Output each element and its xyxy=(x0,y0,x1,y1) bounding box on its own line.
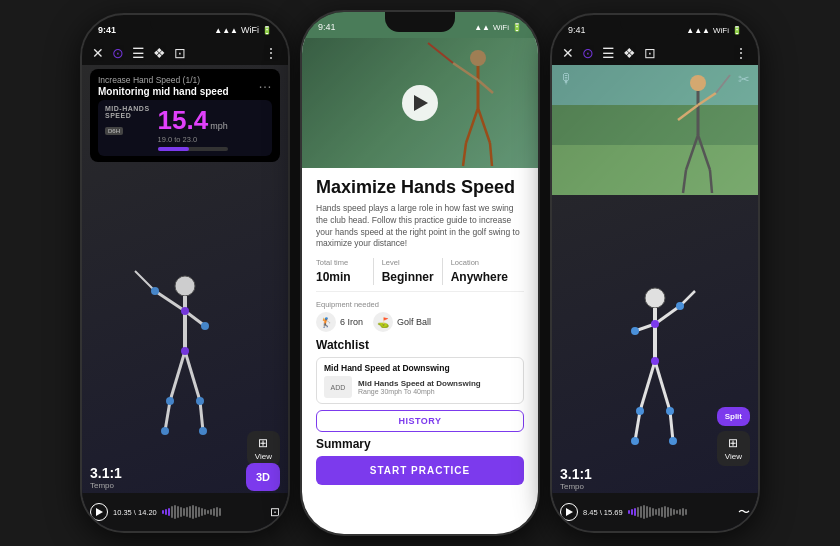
end-icon-left[interactable]: ⊡ xyxy=(270,505,280,519)
svg-point-53 xyxy=(631,437,639,445)
svg-point-11 xyxy=(201,322,209,330)
curve-icon-right[interactable]: 〜 xyxy=(738,504,750,521)
menu-icon-left[interactable]: ☰ xyxy=(132,45,145,61)
tempo-label-left: Tempo xyxy=(90,481,122,490)
start-practice-button[interactable]: START PRACTICE xyxy=(316,456,524,485)
split-label-right: Split xyxy=(717,407,750,426)
ball-label: Golf Ball xyxy=(397,317,431,327)
metric-value-block: 15.4 mph 19.0 to 23.0 xyxy=(158,105,228,151)
play-button-left[interactable] xyxy=(90,503,108,521)
svg-line-32 xyxy=(698,93,716,105)
playbar-right: 8.45 \ 15.69 xyxy=(552,493,758,531)
tempo-section-left: 3.1:1 Tempo 3D xyxy=(90,463,280,491)
metric-header: Increase Hand Speed (1/1) Monitoring mid… xyxy=(98,75,272,97)
metric-value: 15.4 xyxy=(158,107,209,133)
waveform-left xyxy=(162,502,265,522)
split-button-right[interactable]: Split xyxy=(717,407,750,426)
battery-left: 🔋 xyxy=(262,26,272,35)
center-screen: Maximize Hands Speed Hands speed plays a… xyxy=(302,38,538,534)
play-triangle-left xyxy=(96,508,103,516)
golfer-figure-left xyxy=(125,261,245,461)
svg-line-6 xyxy=(165,401,170,431)
meta-level: Level Beginner xyxy=(382,258,443,285)
svg-line-37 xyxy=(710,170,712,193)
screen-icon-left[interactable]: ⊡ xyxy=(174,45,186,61)
svg-point-52 xyxy=(666,407,674,415)
svg-point-14 xyxy=(196,397,204,405)
meta-total-time: Total time 10min xyxy=(316,258,374,285)
metric-inner: MID-HANDS SPEED D6H 15.4 mph 19.0 to 23.… xyxy=(98,100,272,156)
video-thumb-right[interactable]: 🎙 ✂ xyxy=(552,65,758,195)
menu-icon-right[interactable]: ☰ xyxy=(602,45,615,61)
svg-point-0 xyxy=(175,276,195,296)
watchlist-item-0: Mid Hand Speed at Downswing ADD Mid Hand… xyxy=(316,357,524,404)
metric-label1: MID-HANDS xyxy=(105,105,150,112)
status-icons-right: ▲▲▲ WiFi 🔋 xyxy=(686,26,742,35)
left-toolbar: ✕ ⊙ ☰ ❖ ⊡ ⋮ xyxy=(82,41,288,65)
meta-location: Location Anywhere xyxy=(451,258,516,285)
metric-more-icon[interactable]: … xyxy=(258,75,272,91)
close-icon-left[interactable]: ✕ xyxy=(92,45,104,61)
svg-line-5 xyxy=(170,351,185,401)
view-button-left[interactable]: ⊞ View xyxy=(247,431,280,466)
watchlist-item-title-0: Mid Hand Speed at Downswing xyxy=(324,363,516,373)
screen-icon-right[interactable]: ⊡ xyxy=(644,45,656,61)
meta-location-value: Anywhere xyxy=(451,270,508,284)
target-icon-left[interactable]: ⊙ xyxy=(112,45,124,61)
more-icon-right[interactable]: ⋮ xyxy=(734,45,748,61)
close-icon-right[interactable]: ✕ xyxy=(562,45,574,61)
metric-badge: D6H xyxy=(105,127,123,135)
history-button[interactable]: HISTORY xyxy=(316,410,524,432)
svg-point-50 xyxy=(651,357,659,365)
more-icon-left[interactable]: ⋮ xyxy=(264,45,278,61)
play-button-video[interactable] xyxy=(402,85,438,121)
metric-title: Monitoring mid hand speed xyxy=(98,86,229,97)
view-label: View xyxy=(255,452,272,461)
notch-center xyxy=(385,12,455,32)
tempo-box-left: 3.1:1 Tempo xyxy=(90,465,122,490)
phone-center: 9:41 ▲▲ WiFi 🔋 xyxy=(300,10,540,536)
metric-unit: mph xyxy=(210,121,228,131)
metric-card: Increase Hand Speed (1/1) Monitoring mid… xyxy=(90,69,280,162)
layers-icon-left[interactable]: ❖ xyxy=(153,45,166,61)
metric-progress-fill xyxy=(158,147,190,151)
svg-point-49 xyxy=(631,327,639,335)
phone-right: 9:41 ▲▲▲ WiFi 🔋 ✕ ⊙ ☰ ❖ ⊡ ⋮ 🎙 ✂ xyxy=(550,13,760,533)
watchlist-add-row: ADD Mid Hands Speed at Downswing Range 3… xyxy=(324,376,516,398)
signal-center: ▲▲ xyxy=(474,23,490,32)
time-right: 9:41 xyxy=(568,25,586,35)
equipment-label: Equipment needed xyxy=(316,300,524,309)
btn-3d-left[interactable]: 3D xyxy=(246,463,280,491)
svg-line-33 xyxy=(716,75,730,93)
add-badge: ADD xyxy=(324,376,352,398)
golfer-3d-right xyxy=(572,271,738,471)
play-triangle-right xyxy=(566,508,573,516)
wifi-center: WiFi xyxy=(493,23,509,32)
metric-header-label: Increase Hand Speed (1/1) xyxy=(98,75,229,85)
view-icon-right: ⊞ xyxy=(728,436,738,450)
metric-label-block: MID-HANDS SPEED D6H xyxy=(105,105,150,137)
svg-line-35 xyxy=(698,135,710,170)
target-icon-right[interactable]: ⊙ xyxy=(582,45,594,61)
svg-point-48 xyxy=(676,302,684,310)
svg-point-51 xyxy=(636,407,644,415)
layers-icon-right[interactable]: ❖ xyxy=(623,45,636,61)
practice-description: Hands speed plays a large role in how fa… xyxy=(316,203,524,251)
practice-content: Maximize Hands Speed Hands speed plays a… xyxy=(302,168,538,534)
timecode-right: 8.45 \ 15.69 xyxy=(583,508,623,517)
tempo-label-right: Tempo xyxy=(560,482,592,491)
golfer-in-video-right xyxy=(658,65,738,195)
video-thumb-center[interactable] xyxy=(302,38,538,168)
svg-point-16 xyxy=(199,427,207,435)
meta-level-value: Beginner xyxy=(382,270,434,284)
playbar-left: 10.35 \ 14.20 xyxy=(82,493,288,531)
meta-level-label: Level xyxy=(382,258,434,267)
view-button-right[interactable]: ⊞ View xyxy=(717,431,750,466)
time-center: 9:41 xyxy=(318,22,336,32)
svg-point-15 xyxy=(161,427,169,435)
svg-line-43 xyxy=(640,361,655,411)
svg-line-45 xyxy=(655,361,670,411)
play-button-right[interactable] xyxy=(560,503,578,521)
equip-item-ball: ⛳ Golf Ball xyxy=(373,312,431,332)
svg-line-8 xyxy=(200,401,203,431)
